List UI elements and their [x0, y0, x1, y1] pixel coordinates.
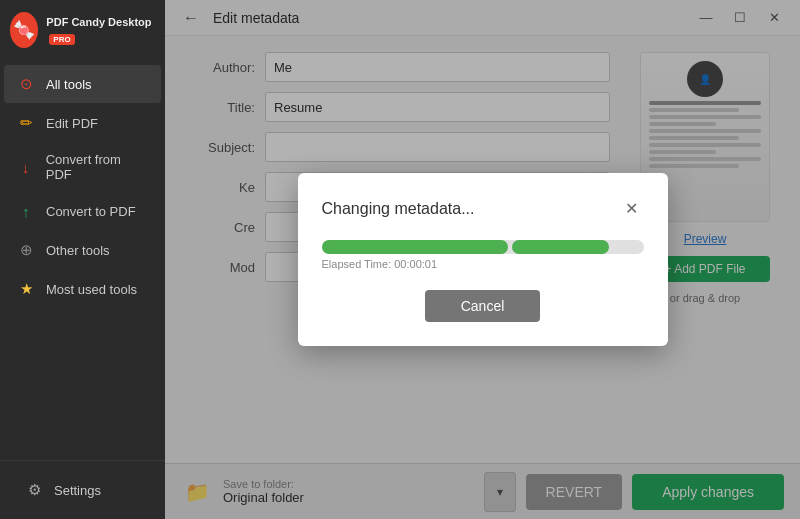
elapsed-time: Elapsed Time: 00:00:01: [322, 258, 644, 270]
modal-title: Changing metadata...: [322, 200, 475, 218]
modal-cancel-button[interactable]: Cancel: [425, 290, 541, 322]
sidebar-item-label: Edit PDF: [46, 116, 98, 131]
sidebar-item-other-tools[interactable]: ⊕ Other tools: [4, 231, 161, 269]
sidebar-item-label: Convert from PDF: [46, 152, 149, 182]
progress-container: Elapsed Time: 00:00:01: [322, 240, 644, 270]
other-tools-icon: ⊕: [16, 240, 36, 260]
sidebar-item-convert-to[interactable]: ↑ Convert to PDF: [4, 192, 161, 230]
sidebar-item-all-tools[interactable]: ⊙ All tools: [4, 65, 161, 103]
sidebar-item-edit-pdf[interactable]: ✏ Edit PDF: [4, 104, 161, 142]
sidebar-item-settings[interactable]: ⚙ Settings: [12, 471, 153, 509]
convert-from-icon: ↓: [16, 157, 36, 177]
progress-bar-track: [322, 240, 644, 254]
sidebar-item-label: Other tools: [46, 243, 110, 258]
progress-segment-2: [512, 240, 609, 254]
app-name: PDF Candy Desktop: [46, 16, 151, 28]
all-tools-icon: ⊙: [16, 74, 36, 94]
sidebar-item-label: Settings: [54, 483, 101, 498]
edit-pdf-icon: ✏: [16, 113, 36, 133]
modal-close-button[interactable]: ✕: [619, 197, 644, 220]
most-used-icon: ★: [16, 279, 36, 299]
sidebar-item-most-used[interactable]: ★ Most used tools: [4, 270, 161, 308]
sidebar-item-label: Most used tools: [46, 282, 137, 297]
modal-dialog: Changing metadata... ✕ Elapsed Time: 00:…: [298, 173, 668, 346]
convert-to-icon: ↑: [16, 201, 36, 221]
sidebar-item-convert-from[interactable]: ↓ Convert from PDF: [4, 143, 161, 191]
sidebar-item-label: All tools: [46, 77, 92, 92]
modal-header: Changing metadata... ✕: [322, 197, 644, 220]
sidebar-nav: ⊙ All tools ✏ Edit PDF ↓ Convert from PD…: [0, 60, 165, 460]
app-logo: 🍬 PDF Candy Desktop PRO: [0, 0, 165, 60]
settings-icon: ⚙: [24, 480, 44, 500]
progress-segment-1: [322, 240, 509, 254]
main-content: ← Edit metadata — ☐ ✕ Author: Title: Sub…: [165, 0, 800, 519]
sidebar-footer: ⚙ Settings: [0, 460, 165, 519]
sidebar-item-label: Convert to PDF: [46, 204, 136, 219]
logo-icon: 🍬: [10, 12, 38, 48]
sidebar: 🍬 PDF Candy Desktop PRO ⊙ All tools ✏ Ed…: [0, 0, 165, 519]
modal-overlay: Changing metadata... ✕ Elapsed Time: 00:…: [165, 0, 800, 519]
pro-badge: PRO: [49, 34, 74, 45]
